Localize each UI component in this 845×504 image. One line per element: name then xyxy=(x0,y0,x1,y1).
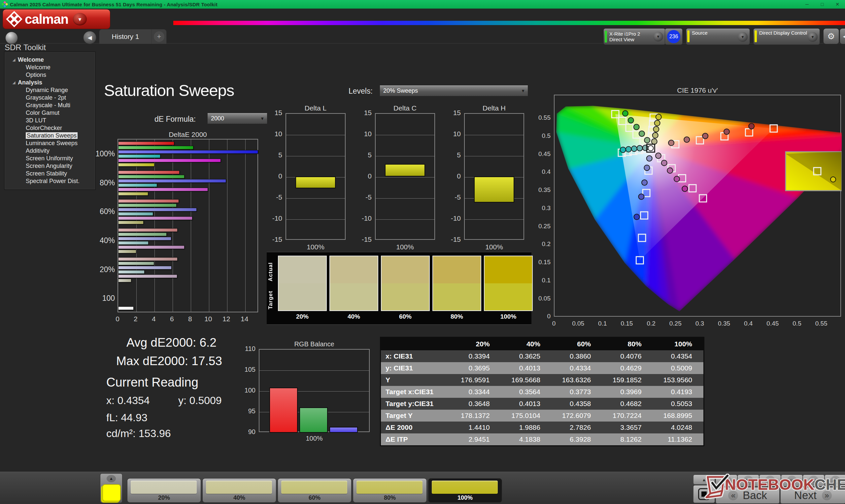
cie-y-tick: 0.5 xyxy=(533,132,550,140)
rgb-y-tick: 100 xyxy=(237,386,256,394)
gridline xyxy=(376,198,434,199)
y-tick: 10 xyxy=(444,130,461,138)
cell-value: 3.3657 xyxy=(602,421,653,433)
gridline xyxy=(376,219,434,220)
close-button[interactable]: ✕ xyxy=(830,0,845,8)
sidebar-item-grayscale-multi[interactable]: Grayscale - Multi xyxy=(5,102,95,109)
sidebar-item-additivity[interactable]: Additivity xyxy=(5,147,95,155)
cie-x-tick: 0.4 xyxy=(738,320,758,327)
reading-fl: fL: 44.93 xyxy=(106,412,147,424)
row-label: x: CIE31 xyxy=(381,350,451,362)
patch-label: 100% xyxy=(428,494,502,501)
levels-label: Levels: xyxy=(349,87,373,96)
maximize-button[interactable]: □ xyxy=(815,0,830,8)
sidebar-item-saturation-sweeps[interactable]: Saturation Sweeps xyxy=(5,132,95,140)
expand-up-icon[interactable]: ▲ xyxy=(107,475,116,482)
actual-color xyxy=(382,256,429,283)
sidebar-item-colorchecker[interactable]: ColorChecker xyxy=(5,124,95,132)
swatch-label: 20% xyxy=(278,313,327,320)
levels-dropdown[interactable]: 20% Sweeps ▼ xyxy=(380,85,528,96)
measured-marker-red xyxy=(702,133,708,139)
tree-expand-icon[interactable]: ◢ xyxy=(13,56,15,64)
cie-y-tick: 0.1 xyxy=(533,277,550,284)
minimize-button[interactable]: ─ xyxy=(799,0,815,8)
bar-80%-1 xyxy=(118,175,184,178)
sidebar-item-analysis[interactable]: ◢Analysis xyxy=(5,79,95,86)
cie-x-tick: 0.2 xyxy=(641,320,661,327)
measured-marker-cyan xyxy=(620,147,626,153)
cell-value: 0.4358 xyxy=(551,398,602,410)
sidebar-item-label: Screen Uniformity xyxy=(26,155,73,162)
meter-dropdown[interactable]: X-Rite i1Pro 2 Direct View ▼ xyxy=(603,29,666,45)
sidebar-collapse-button[interactable]: ◀ xyxy=(83,31,96,44)
bar-60%-1 xyxy=(118,203,177,207)
tree-expand-icon[interactable]: ◢ xyxy=(13,79,15,86)
target-label: Target xyxy=(267,285,275,315)
sidebar-item-welcome[interactable]: Welcome xyxy=(5,64,95,71)
cell-value: 0.3648 xyxy=(450,398,501,410)
sidebar-item-dynamic-range[interactable]: Dynamic Range xyxy=(5,86,95,94)
toolbar-collapse-button[interactable]: ◀ xyxy=(840,29,845,44)
table-row: ΔE ITP2.94514.18386.39288.126211.1362 xyxy=(381,433,704,446)
patch-button-40%[interactable]: 40% xyxy=(203,478,276,503)
gridline xyxy=(465,156,524,156)
meter-count-badge: 236 xyxy=(667,30,680,43)
deltaC-title: Delta C xyxy=(368,104,442,112)
bar-80%-4 xyxy=(118,188,208,191)
display-status-stripe xyxy=(755,30,757,42)
title-bar: Calman 2025 Calman Ultimate for Business… xyxy=(0,0,845,8)
measured-marker-blue xyxy=(634,214,639,220)
sidebar-item-screen-stability[interactable]: Screen Stability xyxy=(5,170,95,178)
cie-x-tick: 0.5 xyxy=(787,320,807,327)
deltaC-plot xyxy=(375,113,435,240)
meter-badge-holder: 236 xyxy=(665,29,683,45)
patch-button-100%[interactable]: 100% xyxy=(428,478,502,503)
sidebar-item-grayscale-2pt[interactable]: Grayscale - 2pt xyxy=(5,94,95,102)
measured-marker-yellow xyxy=(653,132,658,138)
cell-value: 2.9451 xyxy=(450,433,501,446)
sidebar-item-screen-angularity[interactable]: Screen Angularity xyxy=(5,162,95,170)
sidebar-sphere-button[interactable] xyxy=(5,32,18,44)
sidebar-item-color-gamut[interactable]: Color Gamut xyxy=(5,109,95,117)
calman-menu-button[interactable]: calman ▼ xyxy=(3,9,110,29)
source-dropdown[interactable]: Source ▼ xyxy=(686,29,750,45)
bar-60%-2 xyxy=(118,208,197,212)
tab-label: History 1 xyxy=(112,33,139,40)
gridline xyxy=(209,140,209,312)
gridline xyxy=(286,156,345,156)
sidebar-item-spectral-power-dist-[interactable]: Spectral Power Dist. xyxy=(5,178,95,185)
sidebar-item-welcome[interactable]: ◢Welcome xyxy=(5,56,95,64)
sidebar-item-3d-lut[interactable]: 3D LUT xyxy=(5,117,95,124)
cell-value: 0.5053 xyxy=(653,398,704,410)
sidebar-item-options[interactable]: Options xyxy=(5,71,95,79)
x-tick: 6 xyxy=(165,315,179,323)
y-tick: -15 xyxy=(265,235,282,244)
cie-x-tick: 0.05 xyxy=(568,320,588,327)
deltae-plot xyxy=(118,139,258,312)
patch-button-80%[interactable]: 80% xyxy=(353,478,427,503)
cie-x-tick: 0.35 xyxy=(714,320,734,327)
sidebar-item-luminance-sweeps[interactable]: Luminance Sweeps xyxy=(5,140,95,147)
sidebar-item-screen-uniformity[interactable]: Screen Uniformity xyxy=(5,155,95,162)
de-formula-dropdown[interactable]: 2000 ▼ xyxy=(207,113,267,124)
actual-label: Actual xyxy=(267,257,275,287)
deltae-title: DeltaE 2000 xyxy=(98,131,278,139)
row-label: ΔE ITP xyxy=(381,433,451,446)
cie-y-tick: 0.25 xyxy=(533,223,550,230)
sidebar-item-label: Welcome xyxy=(18,56,44,63)
tab-history-1[interactable]: History 1 xyxy=(99,29,152,44)
cell-value: 159.1852 xyxy=(602,374,653,386)
measured-marker-blue xyxy=(644,165,650,170)
group-label: 100% xyxy=(90,149,115,158)
cell-value: 0.3860 xyxy=(551,350,602,362)
calman-dropdown-icon[interactable]: ▼ xyxy=(73,13,87,25)
window-title: Calman 2025 Calman Ultimate for Business… xyxy=(10,2,217,7)
current-patch-swatch[interactable] xyxy=(102,484,121,501)
display-control-dropdown[interactable]: Direct Display Control ▼ xyxy=(753,29,820,45)
measured-marker-cyan xyxy=(626,146,631,152)
add-tab-button[interactable]: + xyxy=(152,29,167,44)
patch-button-20%[interactable]: 20% xyxy=(127,478,201,503)
settings-button[interactable]: ⚙ xyxy=(823,29,839,44)
page-title: Saturation Sweeps xyxy=(104,81,234,100)
patch-button-60%[interactable]: 60% xyxy=(278,478,352,503)
